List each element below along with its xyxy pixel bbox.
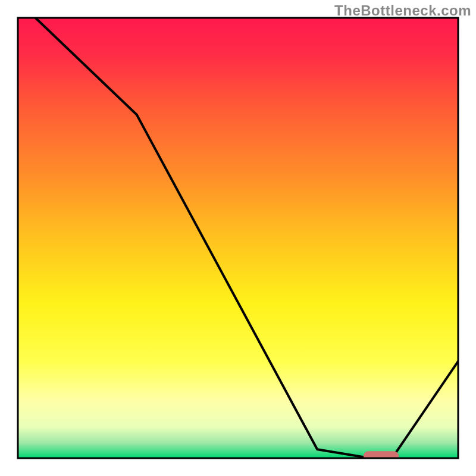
plot-background	[18, 18, 458, 458]
bottleneck-chart	[0, 0, 476, 476]
attribution-text: TheBottleneck.com	[334, 2, 471, 19]
optimal-range-marker	[364, 451, 399, 461]
